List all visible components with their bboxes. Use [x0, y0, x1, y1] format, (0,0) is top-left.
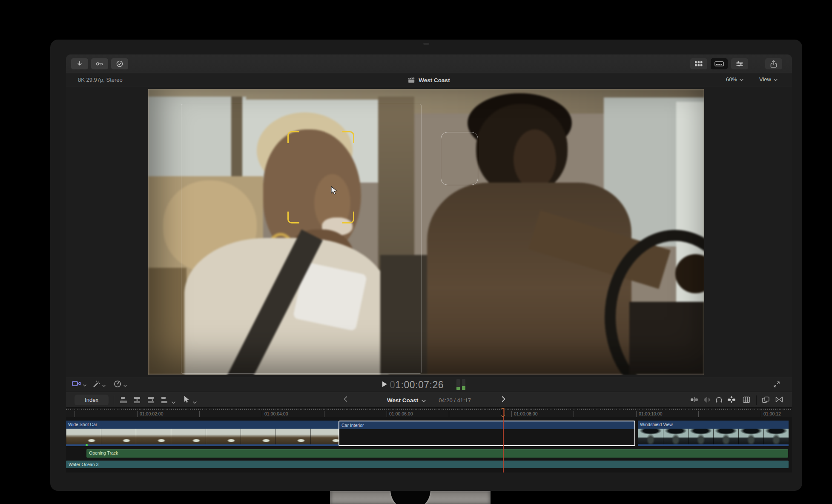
audio-meter-right[interactable]: [462, 379, 465, 390]
select-pointer-icon: [184, 398, 189, 405]
clip-appearance-button[interactable]: [743, 396, 750, 405]
insert-edit-button[interactable]: [133, 396, 142, 405]
chevron-left-icon: [344, 396, 347, 403]
clip-audio-bar: [66, 444, 339, 446]
clip-filmstrip: [66, 429, 339, 444]
append-edit-icon: [147, 398, 155, 405]
timeline-duration: 04:20 / 41:17: [439, 397, 471, 404]
fullscreen-icon: [773, 382, 780, 389]
timeline-project-dropdown[interactable]: West Coast: [387, 397, 418, 404]
enhancements-control[interactable]: [92, 380, 106, 389]
connect-edit-button[interactable]: [120, 396, 128, 405]
append-edit-button[interactable]: [147, 396, 155, 405]
chevron-down-icon: [740, 76, 743, 83]
share-icon: [770, 60, 777, 68]
project-title: West Coast: [66, 73, 792, 87]
snapping-toggle[interactable]: [727, 396, 736, 405]
ruler-label: 01:00:08:00: [514, 411, 537, 416]
grid-view-icon: [695, 61, 703, 67]
next-project-button[interactable]: [502, 396, 505, 404]
overwrite-edit-button[interactable]: [161, 396, 169, 405]
check-circle-icon: [116, 60, 123, 68]
play-icon: [382, 381, 387, 389]
import-button[interactable]: [71, 58, 88, 69]
tool-select-button[interactable]: [184, 395, 189, 405]
ruler-label: 01:00:04:00: [264, 411, 288, 416]
connect-edit-icon: [120, 398, 128, 405]
chevron-down-icon[interactable]: [193, 398, 197, 406]
fcp-window: 8K 29.97p, Stereo West Coast 60% View: [66, 54, 792, 472]
video-camera-icon: [72, 380, 81, 389]
clip-title: Car Interior: [339, 421, 634, 429]
ruler-label: 01:00:02:00: [140, 411, 163, 416]
clip-appearance-icon: [743, 397, 750, 404]
audio-skimming-toggle[interactable]: [703, 396, 710, 405]
transport-bar: 01:00:07:26: [66, 377, 792, 392]
share-button[interactable]: [765, 58, 782, 69]
keywords-button[interactable]: [91, 58, 108, 69]
audio-clip-opening-track[interactable]: Opening Track: [86, 449, 788, 458]
audio-clip-water-ocean-3[interactable]: Water Ocean 3: [66, 461, 789, 468]
transitions-browser-toggle[interactable]: [775, 396, 783, 404]
insert-edit-icon: [133, 398, 142, 405]
clip-title: Wide Shot Car: [66, 421, 339, 429]
chevron-down-icon[interactable]: [172, 398, 175, 406]
monitor-stand: [330, 491, 491, 504]
camera-options-control[interactable]: [72, 380, 86, 389]
retime-control[interactable]: [114, 380, 127, 389]
face-track-selected-overlay[interactable]: [287, 131, 354, 223]
chevron-down-icon: [102, 381, 106, 389]
previous-project-button[interactable]: [344, 396, 347, 404]
transitions-browser-icon: [775, 397, 783, 404]
overwrite-edit-icon: [161, 398, 169, 405]
snapping-icon: [727, 397, 736, 404]
video-clip-wide-shot-car[interactable]: Wide Shot Car: [66, 421, 339, 446]
chevron-down-icon: [123, 381, 127, 389]
corner-bracket-icon: [342, 131, 354, 143]
play-button[interactable]: [382, 381, 387, 389]
audio-meter-left[interactable]: [456, 379, 460, 390]
monitor-camera-dot: [423, 43, 429, 45]
video-frame[interactable]: [148, 89, 704, 375]
timeline-tracks: Wide Shot Car Car Interior Windshield Vi…: [66, 417, 792, 472]
skimming-icon: [690, 397, 698, 404]
analyze-button[interactable]: [111, 58, 128, 69]
clip-audio-bar: [638, 444, 789, 446]
corner-bracket-icon: [342, 212, 354, 223]
clip-filmstrip: [339, 429, 634, 445]
solo-icon: [715, 397, 723, 404]
skimming-toggle[interactable]: [690, 396, 698, 405]
monitor-screen: 8K 29.97p, Stereo West Coast 60% View: [50, 40, 802, 491]
solo-toggle[interactable]: [715, 396, 723, 405]
main-toolbar: [66, 54, 792, 73]
viewer-zoom-dropdown[interactable]: 60%: [726, 76, 743, 83]
corner-bracket-icon: [287, 212, 299, 223]
video-clip-windshield-view[interactable]: Windshield View: [638, 421, 789, 446]
audio-skimming-icon: [703, 397, 710, 404]
effects-browser-toggle[interactable]: [762, 396, 770, 405]
playhead-handle[interactable]: [501, 408, 505, 417]
ruler-label: 01:00:06:00: [389, 411, 413, 416]
key-icon: [95, 60, 104, 68]
face-track-detected-overlay[interactable]: [441, 132, 478, 185]
browser-filmstrip-view-button[interactable]: [711, 58, 728, 69]
clip-filmstrip: [638, 429, 789, 444]
chevron-down-icon: [774, 76, 777, 83]
magic-wand-icon: [92, 380, 100, 389]
browser-grid-view-button[interactable]: [690, 58, 707, 69]
index-button[interactable]: Index: [75, 395, 109, 405]
chevron-down-icon: [83, 381, 86, 388]
ruler-ticks: [66, 411, 792, 417]
timeline-ruler[interactable]: 01:00:02:00 01:00:04:00 01:00:06:00 01:0…: [66, 408, 792, 417]
inspector-button[interactable]: [731, 58, 748, 69]
video-clip-car-interior[interactable]: Car Interior: [339, 421, 635, 446]
timecode-display[interactable]: 01:00:07:26: [390, 379, 444, 391]
download-icon: [76, 60, 83, 68]
ruler-dotted-strip: [66, 409, 792, 410]
playhead-line[interactable]: [503, 408, 504, 472]
viewer-view-dropdown[interactable]: View: [759, 76, 777, 83]
viewer-pane: [66, 87, 792, 377]
timeline-toolbar: Index West Coast: [66, 392, 792, 408]
fullscreen-button[interactable]: [773, 381, 780, 390]
chevron-down-icon: [422, 396, 426, 404]
